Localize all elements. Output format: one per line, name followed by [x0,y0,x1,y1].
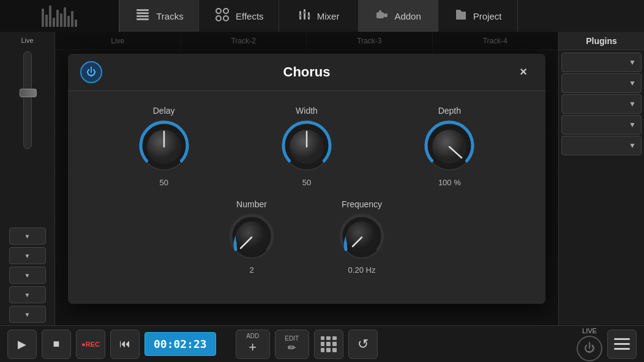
time-display[interactable]: 00:02:23 [144,332,216,356]
stop-icon: ■ [53,338,60,350]
mixer-icon [298,7,312,25]
svg-rect-3 [137,18,149,20]
depth-knob-container: Depth [422,106,477,187]
add-label: ADD [246,333,259,339]
track-btn-5[interactable]: ▼ [9,306,46,323]
nav-tab-tracks[interactable]: Tracks [119,0,199,32]
play-icon: ▶ [18,338,26,351]
edit-button[interactable]: EDIT ✏ [275,330,309,359]
track-btn-1[interactable]: ▼ [9,227,46,245]
width-knob[interactable] [279,119,334,174]
depth-value: 100 % [438,178,461,187]
svg-rect-11 [299,15,302,17]
main-area: Live ▼ ▼ ▼ ▼ ▼ Live Track-2 Track-3 Trac… [0,32,644,325]
plugin-btn-2[interactable]: ▼ [561,73,642,93]
delay-knob[interactable] [137,119,192,174]
stop-button[interactable]: ■ [42,330,71,359]
menu-button[interactable] [607,330,637,359]
add-button[interactable]: ADD + [236,330,270,359]
center-content: Live Track-2 Track-3 Track-4 [55,32,558,325]
volume-fader-thumb[interactable] [20,89,37,97]
rec-label: ●REC [81,341,100,348]
menu-line [614,343,630,345]
record-button[interactable]: ●REC [76,330,105,359]
add-icon: + [249,339,256,355]
svg-rect-2 [137,15,149,17]
modal-power-icon: ⏻ [86,67,96,78]
number-knob[interactable] [227,213,276,262]
track-btn-4[interactable]: ▼ [9,286,46,303]
frequency-value: 0.20 Hz [348,265,376,275]
plugins-button-list: ▼ ▼ ▼ ▼ ▼ [559,50,644,158]
grid-cell [321,336,325,341]
grid-cell [321,342,325,346]
tracks-label: Tracks [156,11,183,21]
edit-label: EDIT [285,335,299,342]
nav-tab-mixer[interactable]: Mixer [279,0,359,32]
nav-tab-addon[interactable]: Addon [359,0,438,32]
live-button[interactable]: LIVE ⏻ [577,327,602,361]
modal-header: ⏻ Chorus × [68,54,545,91]
track-buttons: ▼ ▼ ▼ ▼ ▼ [9,227,46,323]
delay-knob-container: Delay [137,106,192,187]
svg-point-5 [223,9,228,13]
modal-title: Chorus [283,64,331,80]
nav-tab-effects[interactable]: Effects [199,0,279,32]
edit-icon: ✏ [288,342,296,353]
effects-icon [214,6,231,26]
track-btn-2[interactable]: ▼ [9,247,46,264]
delay-value: 50 [159,178,168,187]
plugin-btn-4[interactable]: ▼ [561,115,642,135]
svg-point-6 [216,16,221,21]
modal-body: Delay [68,91,545,304]
logo-graphic [42,6,77,27]
nav-logo [0,0,119,32]
svg-rect-16 [379,10,381,13]
frequency-knob[interactable] [337,213,386,262]
bottom-toolbar: ▶ ■ ●REC ⏮ 00:02:23 ADD + EDIT ✏ ↺ LIVE [0,325,644,362]
grid-button[interactable] [314,330,343,359]
modal-power-button[interactable]: ⏻ [80,61,102,83]
modal-close-button[interactable]: × [514,62,533,82]
volume-fader-track[interactable] [23,51,32,149]
svg-rect-9 [304,9,305,20]
depth-knob[interactable] [422,119,477,174]
plugin-btn-5[interactable]: ▼ [561,136,642,155]
volume-fader-container [23,46,32,223]
plugin-btn-1[interactable]: ▼ [561,53,642,72]
menu-line [614,348,630,350]
grid-cell [326,336,331,341]
svg-rect-1 [137,9,149,11]
width-knob-container: Width [279,106,334,187]
play-button[interactable]: ▶ [7,330,37,359]
width-label: Width [296,106,318,116]
skip-back-button[interactable]: ⏮ [110,330,140,359]
number-label: Number [236,199,267,209]
grid-cell [326,348,331,352]
grid-cell [321,348,325,352]
top-nav: Tracks Effects Mixer [0,0,644,32]
knobs-row-1: Delay [92,106,521,187]
modal-overlay: ⏻ Chorus × Delay [55,32,558,325]
number-knob-container: Number [227,199,276,275]
frequency-label: Frequency [342,199,382,209]
project-label: Project [473,11,502,21]
grid-cell [332,348,337,352]
chorus-modal: ⏻ Chorus × Delay [68,54,545,304]
grid-cell [326,342,331,346]
right-panel: Plugins ▼ ▼ ▼ ▼ ▼ [558,32,644,325]
plugin-btn-3[interactable]: ▼ [561,94,642,114]
tracks-icon [134,6,151,26]
effects-label: Effects [236,11,264,21]
plugins-header: Plugins [559,32,644,50]
track-btn-3[interactable]: ▼ [9,267,46,284]
frequency-knob-container: Frequency [337,199,386,275]
live-power-icon: ⏻ [577,336,602,361]
grid-cell [332,342,337,346]
width-value: 50 [302,178,311,187]
delay-label: Delay [153,106,175,116]
addon-icon [375,7,389,25]
nav-tab-project[interactable]: Project [438,0,518,32]
loop-button[interactable]: ↺ [348,330,378,359]
loop-icon: ↺ [358,336,369,352]
